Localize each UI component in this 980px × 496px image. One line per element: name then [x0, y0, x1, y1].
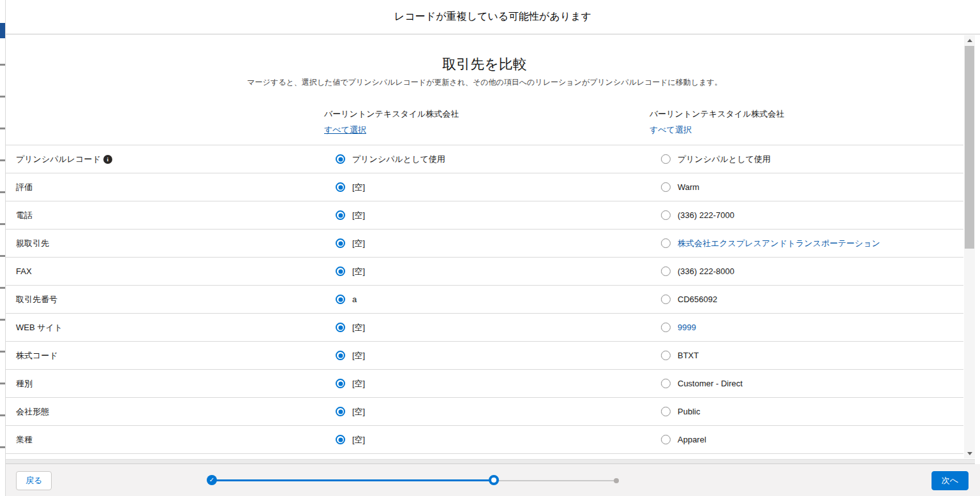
radio-unselected[interactable] — [661, 351, 671, 360]
background-fragment — [0, 351, 5, 353]
field-value-link[interactable]: 株式会社エクスプレスアンドトランスポーテーション — [678, 238, 880, 249]
field-label: 評価 — [16, 182, 33, 193]
radio-selected[interactable] — [336, 266, 345, 276]
field-value: Public — [678, 407, 700, 416]
radio-unselected[interactable] — [661, 295, 671, 304]
progress-indicator: ✓ — [6, 464, 980, 496]
comparison-row: 取引先番号aCD656092 — [6, 286, 963, 314]
comparison-row: 評価[空]Warm — [6, 173, 963, 201]
field-value: a — [352, 295, 357, 304]
triangle-down-icon — [967, 452, 972, 455]
radio-unselected[interactable] — [661, 435, 671, 444]
choice-cell-right: 9999 — [650, 323, 963, 332]
comparison-row: FAX[空](336) 222-8000 — [6, 258, 963, 286]
choice-cell-right: Customer - Direct — [650, 379, 963, 388]
choice-cell-right: BTXT — [650, 351, 963, 360]
info-icon[interactable]: i — [103, 155, 112, 164]
field-value: [空] — [352, 406, 365, 418]
scrollbar-thumb[interactable] — [965, 46, 974, 249]
field-value: Customer - Direct — [678, 379, 743, 388]
radio-unselected[interactable] — [661, 407, 671, 416]
progress-step-complete-check-icon: ✓ — [207, 475, 217, 485]
choice-cell-left: [空] — [324, 378, 650, 390]
radio-selected[interactable] — [336, 154, 345, 164]
radio-selected[interactable] — [336, 238, 345, 248]
horizontal-scrollbar[interactable] — [6, 459, 975, 464]
modal-title: レコードが重複している可能性があります — [394, 10, 591, 24]
scroll-up-button[interactable] — [964, 35, 975, 45]
field-label: 株式コード — [16, 350, 58, 361]
comparison-row: プリンシパルレコードiプリンシパルとして使用プリンシパルとして使用 — [6, 145, 963, 173]
field-value: [空] — [352, 322, 365, 333]
background-fragment — [0, 319, 5, 321]
field-value: (336) 222-7000 — [678, 210, 734, 220]
choice-cell-left: [空] — [324, 406, 650, 418]
comparison-row: 会社形態[空]Public — [6, 398, 963, 426]
field-value: プリンシパルとして使用 — [678, 154, 771, 165]
field-label-cell: 業種 — [16, 434, 324, 446]
background-fragment — [0, 255, 5, 257]
field-label: 会社形態 — [16, 406, 49, 418]
field-label-cell: WEB サイト — [16, 322, 324, 333]
back-button[interactable]: 戻る — [16, 471, 52, 490]
field-label-cell: FAX — [16, 266, 324, 276]
radio-selected[interactable] — [336, 379, 345, 388]
radio-unselected[interactable] — [661, 182, 671, 192]
radio-unselected[interactable] — [661, 154, 671, 164]
field-value: Warm — [678, 182, 699, 192]
field-label-cell: 評価 — [16, 182, 324, 193]
progress-segment-complete — [212, 479, 494, 481]
radio-selected[interactable] — [336, 323, 345, 332]
radio-unselected[interactable] — [661, 266, 671, 276]
choice-cell-left: a — [324, 295, 650, 304]
scroll-down-button[interactable] — [964, 448, 975, 458]
comparison-row: 親取引先[空]株式会社エクスプレスアンドトランスポーテーション — [6, 230, 963, 258]
field-value-link[interactable]: 9999 — [678, 323, 696, 332]
field-value: [空] — [352, 378, 365, 390]
select-all-link-1[interactable]: すべて選択 — [324, 125, 366, 135]
field-value: (336) 222-8000 — [678, 266, 734, 276]
choice-cell-left: [空] — [324, 350, 650, 361]
compare-records-modal: レコードが重複している可能性があります 取引先を比較 マージすると、選択した値で… — [5, 0, 980, 496]
radio-selected[interactable] — [336, 435, 345, 444]
record-column-header-2: バーリントンテキスタイル株式会社 すべて選択 — [650, 108, 943, 136]
background-page-sliver — [0, 0, 5, 496]
background-fragment — [0, 191, 5, 193]
record-column-header-1: バーリントンテキスタイル株式会社 すべて選択 — [324, 108, 618, 136]
comparison-row: 株式コード[空]BTXT — [6, 342, 963, 370]
radio-selected[interactable] — [336, 182, 345, 192]
radio-selected[interactable] — [336, 351, 345, 360]
progress-step-current — [489, 475, 499, 485]
radio-unselected[interactable] — [661, 238, 671, 248]
field-label-cell: プリンシパルレコードi — [16, 154, 324, 165]
progress-step-future — [614, 478, 619, 483]
select-all-link-2[interactable]: すべて選択 — [650, 125, 692, 135]
compare-heading: 取引先を比較 — [6, 55, 963, 74]
merge-duplicates-modal-page: レコードが重複している可能性があります 取引先を比較 マージすると、選択した値で… — [0, 0, 980, 496]
choice-cell-right: (336) 222-7000 — [650, 210, 963, 220]
field-value: [空] — [352, 238, 365, 249]
vertical-scrollbar[interactable] — [964, 35, 975, 458]
field-value: [空] — [352, 434, 365, 446]
choice-cell-right: プリンシパルとして使用 — [650, 154, 963, 165]
field-label-cell: 種別 — [16, 378, 324, 390]
choice-cell-right: (336) 222-8000 — [650, 266, 963, 276]
radio-selected[interactable] — [336, 295, 345, 304]
comparison-row: 業種[空]Apparel — [6, 426, 963, 454]
radio-unselected[interactable] — [661, 210, 671, 220]
field-label-cell: 親取引先 — [16, 238, 324, 249]
radio-unselected[interactable] — [661, 379, 671, 388]
field-label: 種別 — [16, 378, 33, 390]
radio-selected[interactable] — [336, 407, 345, 416]
field-label: 業種 — [16, 434, 33, 446]
next-button[interactable]: 次へ — [932, 471, 969, 490]
radio-selected[interactable] — [336, 210, 345, 220]
field-label: 電話 — [16, 210, 33, 221]
background-fragment — [0, 128, 5, 129]
choice-cell-right: Apparel — [650, 435, 963, 444]
choice-cell-right: 株式会社エクスプレスアンドトランスポーテーション — [650, 238, 963, 249]
choice-cell-right: CD656092 — [650, 295, 963, 304]
radio-unselected[interactable] — [661, 323, 671, 332]
field-value: Apparel — [678, 435, 706, 444]
choice-cell-left: [空] — [324, 322, 650, 333]
